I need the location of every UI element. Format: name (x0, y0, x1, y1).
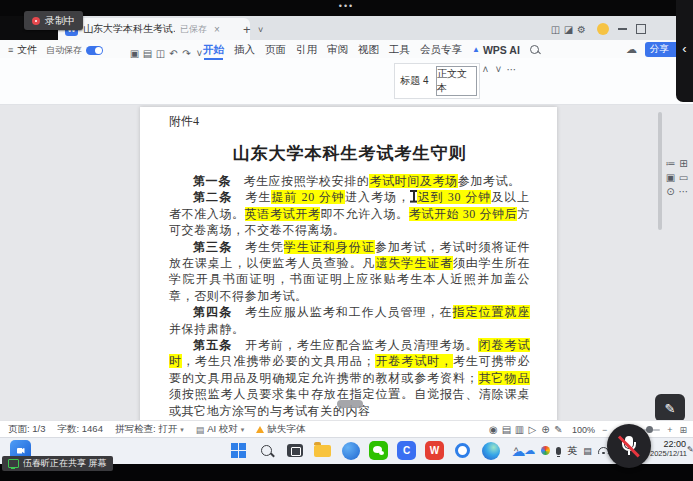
titlebar-icon-set: ◫◪⚙ (549, 22, 588, 36)
saved-status: 已保存 (180, 23, 207, 36)
taskbar-search-icon[interactable] (256, 440, 277, 461)
start-button[interactable] (228, 440, 249, 461)
side-panel-icon[interactable]: ▭ (677, 170, 690, 184)
ai-proof-control[interactable]: ▤ AI 校对 ▾ (196, 423, 245, 436)
search-icon[interactable] (530, 45, 539, 54)
annotation-pen-button[interactable]: ✎ (655, 394, 685, 422)
ai-proof-label: AI 校对 (207, 423, 238, 436)
doc-paragraph[interactable]: 第二条 考生提前 20 分钟进入考场，迟到 30 分钟及以上者不准入场。英语考试… (169, 189, 530, 238)
mic-muted-overlay[interactable] (607, 424, 651, 468)
view-mode-icon[interactable]: ▤ (500, 423, 513, 437)
tab-close-icon[interactable]: × (214, 24, 220, 35)
gallery-arrow-icon[interactable]: ˄ (479, 63, 492, 77)
view-mode-icon[interactable]: ✎ (552, 423, 565, 437)
tab-insert[interactable]: 插入 (234, 43, 255, 57)
side-panel-icon[interactable]: ⋯ (677, 184, 690, 198)
tab-wps-ai[interactable]: ▲ WPS AI (472, 44, 520, 56)
doc-paragraph[interactable]: 第四条 考生应服从监考和工作人员管理，在指定位置就座并保持肃静。 (169, 304, 530, 337)
document-tab[interactable]: W 山东大学本科生考试... 已保存 × (58, 18, 250, 40)
task-view-icon[interactable] (284, 440, 305, 461)
document-page: 附件4 山东大学本科生考试考生守则 第一条 考生应按照学校安排的考试时间及考场参… (140, 107, 557, 437)
side-panel-icon[interactable]: ≔ (664, 156, 677, 170)
doc-text: 第四条 (193, 305, 232, 319)
minimize-button[interactable] (618, 28, 627, 30)
style-heading4[interactable]: 标题 4 (395, 64, 434, 98)
ime-indicator[interactable]: 英 (567, 444, 577, 458)
pen-input-icon[interactable]: ✎ (687, 445, 693, 454)
cloud-sync-icon[interactable]: ☁ (626, 43, 637, 56)
doc-text: 考生凭 (232, 240, 284, 254)
quick-access-icon[interactable]: ▣ (128, 47, 141, 61)
teams-icon[interactable]: C (396, 440, 417, 461)
file-label: 文件 (17, 43, 37, 57)
pen-icon: ✎ (665, 401, 676, 416)
quick-access-icon[interactable]: ◫ (154, 47, 167, 61)
wps-app-icon[interactable]: W (424, 440, 445, 461)
tab-member[interactable]: 会员专享 (420, 43, 462, 57)
page-indicator[interactable]: 页面: 1/3 (8, 423, 46, 436)
blue-app-icon[interactable] (340, 440, 361, 461)
zoom-in-icon[interactable]: + (667, 425, 672, 435)
highlighted-text: 学生证和身份证 (284, 240, 375, 254)
tray-color-app-icon[interactable] (541, 446, 550, 455)
browser-ring-icon[interactable] (452, 440, 473, 461)
view-mode-icon[interactable]: ⊕ (539, 423, 552, 437)
wps-ai-logo-icon: ▲ (472, 45, 480, 54)
quick-access-icon[interactable]: ↷ (180, 47, 193, 61)
tab-view[interactable]: 视图 (358, 43, 379, 57)
view-mode-icon[interactable]: ▷ (526, 423, 539, 437)
fullscreen-icon[interactable]: ⊞ (679, 425, 687, 435)
side-panel-icon[interactable]: ⊞ (677, 156, 690, 170)
quick-access-icon[interactable]: ↶ (167, 47, 180, 61)
taskbar-clock[interactable]: 22:00 2025/12/11 (650, 439, 686, 459)
tab-list-arrow-icon[interactable]: ˅ (258, 25, 263, 35)
side-panel-icon[interactable]: ▣ (664, 170, 677, 184)
tray-mic-icon[interactable] (556, 447, 561, 455)
tab-reference[interactable]: 引用 (296, 43, 317, 57)
autosave-toggle[interactable] (86, 46, 103, 55)
missing-font-warning[interactable]: 缺失字体 (256, 423, 305, 436)
file-explorer-icon[interactable] (312, 440, 333, 461)
tab-home[interactable]: 开始 (203, 43, 224, 57)
quick-access-icon[interactable]: ▤ (141, 47, 154, 61)
file-menu[interactable]: ≡ 文件 (8, 43, 37, 57)
highlighted-text: 开卷考试时， (375, 354, 453, 368)
missing-font-label: 缺失字体 (267, 423, 305, 436)
restore-button[interactable] (636, 24, 646, 34)
meeting-more-button[interactable]: ••• (0, 1, 693, 11)
view-mode-icon[interactable]: ▥ (513, 423, 526, 437)
tab-review[interactable]: 审阅 (327, 43, 348, 57)
style-body-text[interactable]: 正文文本 (436, 66, 477, 96)
titlebar-icon[interactable]: ◪ (562, 22, 575, 36)
gallery-arrow-icon[interactable]: ˅ (492, 63, 505, 77)
zoom-out-icon[interactable]: − (602, 425, 607, 435)
tray-cloud-icon[interactable]: ☁ (524, 444, 535, 457)
collapse-arrow-icon[interactable]: ‹ (682, 41, 686, 56)
tab-page[interactable]: 页面 (265, 43, 286, 57)
titlebar-icon[interactable]: ◫ (549, 22, 562, 36)
keyboard-icon[interactable]: ▤ (583, 446, 592, 456)
gallery-arrow-icon[interactable]: ⋯ (505, 63, 518, 77)
ribbon (0, 58, 693, 105)
doc-paragraph[interactable]: 第三条 考生凭学生证和身份证参加考试，考试时须将证件放在课桌上，以便监考人员查验… (169, 239, 530, 305)
doc-paragraph[interactable]: 第一条 考生应按照学校安排的考试时间及考场参加考试。 (169, 173, 530, 189)
tray-chevron-icon[interactable]: ^ (514, 446, 518, 456)
meeting-side-panel[interactable]: ‹ (676, 0, 693, 102)
zoom-level[interactable]: 100% (572, 425, 595, 435)
side-panel-icon-set[interactable]: ≔⊞▣▭⊙⋯ (664, 156, 690, 198)
titlebar-icon[interactable]: ⚙ (575, 22, 588, 36)
word-count[interactable]: 字数: 1464 (58, 423, 103, 436)
tab-tools[interactable]: 工具 (389, 43, 410, 57)
new-tab-button[interactable]: + (243, 22, 251, 37)
side-panel-icon[interactable]: ⊙ (664, 184, 677, 198)
edge-icon[interactable] (480, 440, 501, 461)
wechat-icon[interactable] (368, 440, 389, 461)
view-mode-icon[interactable]: ◉ (487, 423, 500, 437)
spellcheck-control[interactable]: 拼写检查: 打开 ▾ (115, 423, 184, 436)
document-title[interactable]: 山东大学本科生考试考生守则 (169, 142, 530, 165)
vertical-scrollbar[interactable] (658, 112, 662, 230)
quick-access-toolbar: ▣▤◫↶↷˅ (128, 43, 206, 61)
user-avatar[interactable] (597, 23, 609, 35)
autosave-control[interactable]: 自动保存 (46, 44, 103, 57)
view-icon-set[interactable]: ◉▤▥▷⊕✎ (487, 423, 565, 437)
